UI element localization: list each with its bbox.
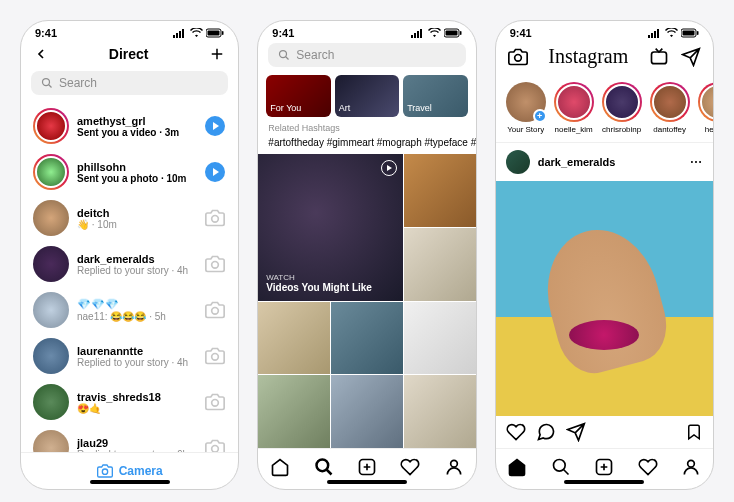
story-avatar[interactable] xyxy=(650,82,690,122)
home-indicator[interactable] xyxy=(327,480,407,484)
story-label: heyach xyxy=(705,125,713,134)
dm-avatar[interactable] xyxy=(33,200,69,236)
dm-row[interactable]: travis_shreds18😍🤙 xyxy=(21,379,238,425)
signal-icon xyxy=(411,28,425,38)
back-icon[interactable] xyxy=(33,46,49,62)
explore-tile[interactable] xyxy=(404,375,476,448)
bookmark-icon[interactable] xyxy=(685,422,703,442)
dm-icon[interactable] xyxy=(681,47,701,67)
home-indicator[interactable] xyxy=(90,480,170,484)
tab-heart-icon[interactable] xyxy=(638,457,658,477)
play-icon xyxy=(381,160,397,176)
story-avatar[interactable] xyxy=(602,82,642,122)
add-story-icon[interactable]: + xyxy=(533,109,547,123)
tab-search-icon[interactable] xyxy=(551,457,571,477)
svg-point-38 xyxy=(553,460,565,472)
post-username[interactable]: dark_emeralds xyxy=(538,156,681,168)
category-row[interactable]: For You Art Travel xyxy=(258,75,475,123)
story-item[interactable]: noelle_kim xyxy=(554,82,594,134)
logo[interactable]: Instagram xyxy=(548,45,628,68)
post-image[interactable] xyxy=(496,181,713,416)
explore-tile[interactable] xyxy=(331,375,403,448)
story-label: dantoffey xyxy=(653,125,686,134)
explore-tile[interactable] xyxy=(258,375,330,448)
svg-point-12 xyxy=(212,400,219,407)
explore-tile[interactable] xyxy=(404,302,476,375)
comment-icon[interactable] xyxy=(536,422,556,442)
play-button[interactable] xyxy=(204,115,226,137)
status-time: 9:41 xyxy=(510,27,532,39)
dm-row[interactable]: jlau29Replied to your story · 6h xyxy=(21,425,238,452)
story-avatar[interactable] xyxy=(698,82,713,122)
dm-row[interactable]: dark_emeraldsReplied to your story · 4h xyxy=(21,241,238,287)
explore-tile[interactable] xyxy=(404,228,476,301)
tab-search-icon[interactable] xyxy=(314,457,334,477)
story-item[interactable]: chrisrobinp xyxy=(602,82,642,134)
tab-add-icon[interactable] xyxy=(357,457,377,477)
compose-icon[interactable] xyxy=(208,45,226,63)
dm-row[interactable]: deitch👋 · 10m xyxy=(21,195,238,241)
dm-row[interactable]: 💎💎💎nae11: 😂😂😂 · 5h xyxy=(21,287,238,333)
direct-search[interactable]: Search xyxy=(31,71,228,95)
explore-tile[interactable] xyxy=(258,302,330,375)
post-avatar[interactable] xyxy=(506,150,530,174)
svg-rect-1 xyxy=(176,33,178,38)
dm-avatar[interactable] xyxy=(33,292,69,328)
home-indicator[interactable] xyxy=(564,480,644,484)
tab-home-icon[interactable] xyxy=(270,457,290,477)
camera-icon[interactable] xyxy=(204,207,226,229)
wifi-icon xyxy=(665,28,678,38)
dm-text: phillsohnSent you a photo · 10m xyxy=(77,161,196,184)
dm-avatar[interactable] xyxy=(33,430,69,452)
tab-heart-icon[interactable] xyxy=(400,457,420,477)
tab-add-icon[interactable] xyxy=(594,457,614,477)
tab-profile-icon[interactable] xyxy=(681,457,701,477)
category-art[interactable]: Art xyxy=(335,75,399,117)
explore-search[interactable]: Search xyxy=(268,43,465,67)
dm-avatar[interactable] xyxy=(35,110,67,142)
camera-icon[interactable] xyxy=(204,299,226,321)
explore-tile[interactable] xyxy=(404,154,476,227)
explore-tile-featured[interactable]: WATCH Videos You Might Like xyxy=(258,154,403,301)
camera-icon[interactable] xyxy=(204,437,226,452)
dm-sub: 😍🤙 xyxy=(77,403,196,414)
dm-avatar[interactable] xyxy=(35,156,67,188)
igtv-icon[interactable] xyxy=(649,47,669,67)
dm-sub: 👋 · 10m xyxy=(77,219,196,230)
dm-avatar[interactable] xyxy=(33,246,69,282)
story-avatar[interactable]: + xyxy=(506,82,546,122)
dm-list[interactable]: amethyst_grlSent you a video · 3mphillso… xyxy=(21,103,238,452)
play-button[interactable] xyxy=(204,161,226,183)
story-item[interactable]: heyach xyxy=(698,82,713,134)
svg-rect-34 xyxy=(651,52,666,64)
dm-row[interactable]: laurenanntteReplied to your story · 4h xyxy=(21,333,238,379)
tab-home-icon[interactable] xyxy=(507,457,527,477)
camera-icon[interactable] xyxy=(204,391,226,413)
category-travel[interactable]: Travel xyxy=(403,75,467,117)
dm-row[interactable]: phillsohnSent you a photo · 10m xyxy=(21,149,238,195)
camera-icon[interactable] xyxy=(204,253,226,275)
dm-avatar[interactable] xyxy=(33,384,69,420)
story-item[interactable]: dantoffey xyxy=(650,82,690,134)
dm-row[interactable]: amethyst_grlSent you a video · 3m xyxy=(21,103,238,149)
like-icon[interactable] xyxy=(506,422,526,442)
svg-point-40 xyxy=(688,460,695,467)
more-icon[interactable] xyxy=(689,155,703,169)
svg-point-9 xyxy=(212,262,219,269)
share-icon[interactable] xyxy=(566,422,586,442)
story-avatar[interactable] xyxy=(554,82,594,122)
hashtags[interactable]: #artoftheday #gimmeart #mograph #typefac… xyxy=(258,137,475,154)
explore-tile[interactable] xyxy=(331,302,403,375)
dm-avatar[interactable] xyxy=(33,338,69,374)
post-header[interactable]: dark_emeralds xyxy=(496,143,713,181)
camera-icon[interactable] xyxy=(508,47,528,67)
tab-profile-icon[interactable] xyxy=(444,457,464,477)
stories-row[interactable]: +Your Storynoelle_kimchrisrobinpdantoffe… xyxy=(496,76,713,143)
story-item[interactable]: +Your Story xyxy=(506,82,546,134)
direct-nav: Direct xyxy=(21,41,238,71)
camera-icon[interactable] xyxy=(204,345,226,367)
explore-grid[interactable]: WATCH Videos You Might Like xyxy=(258,154,475,448)
category-for-you[interactable]: For You xyxy=(266,75,330,117)
post-actions xyxy=(496,416,713,448)
dm-text: travis_shreds18😍🤙 xyxy=(77,391,196,414)
